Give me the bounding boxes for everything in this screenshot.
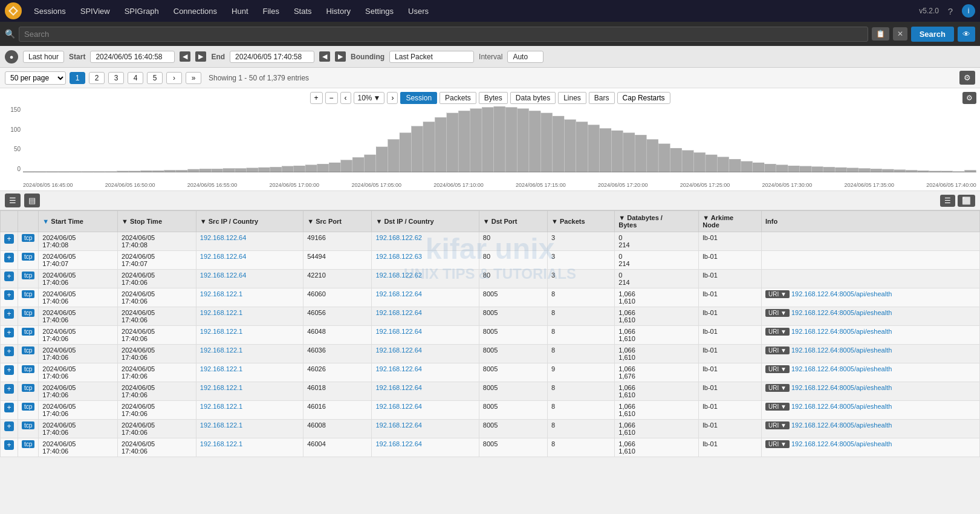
nav-spigraph[interactable]: SPIGraph	[118, 4, 165, 18]
expand-button[interactable]: +	[4, 234, 14, 244]
row-dst-ip-cell[interactable]: 192.168.122.64	[372, 307, 479, 326]
nav-stats[interactable]: Stats	[288, 4, 318, 18]
dst-ip-link[interactable]: 192.168.122.64	[375, 365, 421, 372]
dst-ip-link[interactable]: 192.168.122.64	[375, 328, 421, 335]
row-dst-ip-cell[interactable]: 192.168.122.63	[372, 251, 479, 270]
uri-button[interactable]: URI ▼	[765, 421, 790, 429]
nav-files[interactable]: Files	[257, 4, 285, 18]
col-expand[interactable]	[1, 211, 18, 232]
chart-tab-packets[interactable]: Packets	[440, 92, 476, 104]
per-page-select[interactable]: 50 per page 100 per page 200 per page	[5, 71, 66, 85]
row-expand-cell[interactable]: +	[1, 270, 18, 288]
page-button-5[interactable]: 5	[147, 72, 163, 84]
uri-button[interactable]: URI ▼	[765, 290, 790, 298]
expand-button[interactable]: +	[4, 309, 14, 319]
bounding-value[interactable]: Last Packet	[389, 51, 474, 63]
src-ip-link[interactable]: 192.168.122.1	[200, 328, 242, 335]
nav-connections[interactable]: Connections	[167, 4, 223, 18]
dst-ip-link[interactable]: 192.168.122.62	[375, 234, 421, 241]
row-dst-ip-cell[interactable]: 192.168.122.62	[372, 232, 479, 251]
uri-button[interactable]: URI ▼	[765, 309, 790, 317]
start-next-button[interactable]: ▶	[195, 51, 206, 62]
row-expand-cell[interactable]: +	[1, 307, 18, 326]
nav-hunt[interactable]: Hunt	[226, 4, 254, 18]
col-dst-port[interactable]: ▼ Dst Port	[479, 211, 547, 232]
search-copy-button[interactable]: 📋	[872, 27, 889, 41]
chart-tab-bars[interactable]: Bars	[589, 92, 615, 104]
expand-button[interactable]: +	[4, 365, 14, 375]
expand-button[interactable]: +	[4, 328, 14, 337]
row-src-ip-cell[interactable]: 192.168.122.1	[196, 438, 303, 457]
uri-button[interactable]: URI ▼	[765, 440, 790, 448]
cap-restarts-button[interactable]: Cap Restarts	[617, 92, 670, 104]
page-next-button[interactable]: ›	[166, 72, 182, 84]
row-expand-cell[interactable]: +	[1, 288, 18, 307]
row-dst-ip-cell[interactable]: 192.168.122.64	[372, 345, 479, 363]
uri-button[interactable]: URI ▼	[765, 365, 790, 373]
uri-button[interactable]: URI ▼	[765, 346, 790, 354]
col-info[interactable]: Info	[761, 211, 979, 232]
end-prev-button[interactable]: ◀	[319, 51, 330, 62]
chart-settings-button[interactable]: ⚙	[962, 92, 976, 104]
col-packets[interactable]: ▼ Packets	[548, 211, 615, 232]
src-ip-link[interactable]: 192.168.122.64	[200, 272, 246, 279]
src-ip-link[interactable]: 192.168.122.1	[200, 290, 242, 298]
nav-spiview[interactable]: SPIView	[74, 4, 116, 18]
row-expand-cell[interactable]: +	[1, 438, 18, 457]
row-dst-ip-cell[interactable]: 192.168.122.64	[372, 401, 479, 420]
page-button-3[interactable]: 3	[108, 72, 124, 84]
nav-users[interactable]: Users	[402, 4, 435, 18]
row-dst-ip-cell[interactable]: 192.168.122.64	[372, 420, 479, 438]
row-dst-ip-cell[interactable]: 192.168.122.62	[372, 270, 479, 288]
row-expand-cell[interactable]: +	[1, 232, 18, 251]
src-ip-link[interactable]: 192.168.122.1	[200, 309, 242, 316]
row-src-ip-cell[interactable]: 192.168.122.1	[196, 401, 303, 420]
src-ip-link[interactable]: 192.168.122.64	[200, 253, 246, 260]
notification-icon[interactable]: i	[962, 4, 975, 18]
zoom-out-button[interactable]: −	[325, 92, 337, 104]
col-src-port[interactable]: ▼ Src Port	[303, 211, 372, 232]
chart-tab-lines[interactable]: Lines	[558, 92, 586, 104]
col-databytes[interactable]: ▼ Databytes /Bytes	[615, 211, 699, 232]
expand-button[interactable]: +	[4, 253, 14, 262]
dst-ip-link[interactable]: 192.168.122.64	[375, 384, 421, 391]
help-icon[interactable]: ?	[944, 4, 957, 18]
dst-ip-link[interactable]: 192.168.122.64	[375, 309, 421, 316]
zoom-in-button[interactable]: +	[310, 92, 322, 104]
row-src-ip-cell[interactable]: 192.168.122.1	[196, 420, 303, 438]
chart-prev-button[interactable]: ‹	[340, 92, 351, 104]
src-ip-link[interactable]: 192.168.122.1	[200, 421, 242, 429]
src-ip-link[interactable]: 192.168.122.1	[200, 384, 242, 391]
table-export-list-button[interactable]: ☰	[940, 195, 955, 207]
dst-ip-link[interactable]: 192.168.122.63	[375, 253, 421, 260]
dst-ip-link[interactable]: 192.168.122.64	[375, 440, 421, 447]
dst-ip-link[interactable]: 192.168.122.64	[375, 403, 421, 410]
col-stop-time[interactable]: ▼ Stop Time	[118, 211, 196, 232]
src-ip-link[interactable]: 192.168.122.64	[200, 234, 246, 241]
row-src-ip-cell[interactable]: 192.168.122.1	[196, 307, 303, 326]
row-expand-cell[interactable]: +	[1, 326, 18, 345]
dst-ip-link[interactable]: 192.168.122.62	[375, 272, 421, 279]
start-time-value[interactable]: 2024/06/05 16:40:58	[90, 51, 175, 63]
page-last-button[interactable]: »	[186, 72, 201, 84]
clock-button[interactable]: ●	[5, 50, 18, 63]
dst-ip-link[interactable]: 192.168.122.64	[375, 290, 421, 298]
page-button-4[interactable]: 4	[128, 72, 143, 84]
col-node[interactable]: ▼ ArkimeNode	[699, 211, 762, 232]
src-ip-link[interactable]: 192.168.122.1	[200, 346, 242, 354]
chart-tab-bytes[interactable]: Bytes	[479, 92, 508, 104]
search-eye-button[interactable]: 👁	[958, 27, 975, 42]
table-settings-button[interactable]: ⚙	[959, 71, 975, 85]
time-preset-selector[interactable]: Last hour	[23, 51, 64, 63]
expand-button[interactable]: +	[4, 290, 14, 300]
row-dst-ip-cell[interactable]: 192.168.122.64	[372, 438, 479, 457]
table-list-view-button[interactable]: ☰	[5, 194, 21, 207]
search-input[interactable]	[19, 27, 868, 42]
table-export-detail-button[interactable]: ⬜	[958, 195, 975, 207]
expand-button[interactable]: +	[4, 403, 14, 412]
search-icon[interactable]: 🔍	[5, 29, 15, 39]
expand-button[interactable]: +	[4, 384, 14, 394]
start-prev-button[interactable]: ◀	[180, 51, 190, 62]
expand-button[interactable]: +	[4, 440, 14, 450]
col-start-time[interactable]: ▼ Start Time	[39, 211, 118, 232]
